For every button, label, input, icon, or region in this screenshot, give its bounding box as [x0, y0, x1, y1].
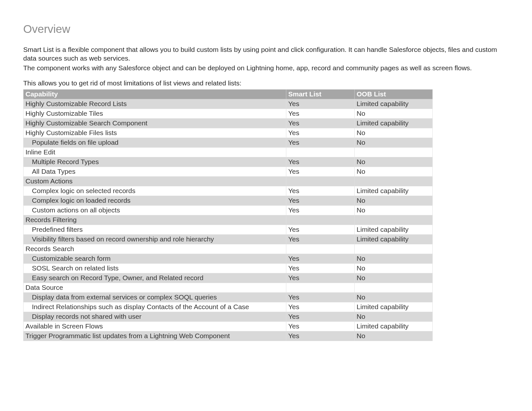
document-page: Overview Smart List is a flexible compon… [0, 0, 532, 341]
cell-smart-list: Yes [286, 99, 355, 109]
cell-capability: Custom actions on all objects [24, 206, 286, 215]
cell-oob-list: No [355, 312, 433, 322]
cell-capability: Display data from external services or c… [24, 293, 286, 302]
cell-oob-list: No [355, 331, 433, 341]
cell-smart-list [286, 177, 355, 186]
table-body: Highly Customizable Record ListsYesLimit… [24, 99, 433, 341]
cell-smart-list: Yes [286, 312, 355, 322]
table-row: Indirect Relationships such as display C… [24, 302, 433, 312]
cell-capability-text: Complex logic on loaded records [25, 197, 131, 204]
table-row: Highly Customizable TilesYesNo [24, 109, 433, 119]
cell-capability: Customizable search form [24, 254, 286, 264]
table-header: Capability Smart List OOB List [24, 90, 433, 99]
cell-capability: Available in Screen Flows [24, 322, 286, 331]
cell-oob-list: No [355, 293, 433, 302]
cell-smart-list: Yes [286, 235, 355, 244]
cell-oob-list: No [355, 273, 433, 283]
table-row: Records Filtering [24, 215, 433, 225]
table-row: All Data TypesYesNo [24, 167, 433, 177]
table-row: Available in Screen FlowsYesLimited capa… [24, 322, 433, 331]
cell-oob-list: No [355, 128, 433, 138]
cell-oob-list: No [355, 206, 433, 215]
cell-capability: Highly Customizable Tiles [24, 109, 286, 119]
cell-capability-text: Display records not shared with user [25, 313, 142, 320]
table-row: Custom Actions [24, 177, 433, 186]
table-row: Populate fields on file uploadYesNo [24, 138, 433, 148]
table-row: Easy search on Record Type, Owner, and R… [24, 273, 433, 283]
cell-smart-list: Yes [286, 302, 355, 312]
cell-smart-list: Yes [286, 273, 355, 283]
table-row: Highly Customizable Record ListsYesLimit… [24, 99, 433, 109]
cell-capability-text: Display data from external services or c… [25, 293, 217, 301]
cell-capability: Populate fields on file upload [24, 138, 286, 148]
cell-capability: Trigger Programmatic list updates from a… [24, 331, 286, 341]
cell-oob-list: No [355, 157, 433, 167]
cell-capability-text: Visibility filters based on record owner… [25, 235, 214, 243]
table-row: Visibility filters based on record owner… [24, 235, 433, 244]
table-row: Display records not shared with userYesN… [24, 312, 433, 322]
cell-capability: Easy search on Record Type, Owner, and R… [24, 273, 286, 283]
cell-smart-list: Yes [286, 196, 355, 206]
cell-capability-text: Complex logic on selected records [25, 187, 135, 195]
table-row: Trigger Programmatic list updates from a… [24, 331, 433, 341]
cell-capability: Visibility filters based on record owner… [24, 235, 286, 244]
table-row: Complex logic on loaded recordsYesNo [24, 196, 433, 206]
table-row: Multiple Record TypesYesNo [24, 157, 433, 167]
cell-oob-list: No [355, 254, 433, 264]
cell-oob-list: No [355, 167, 433, 177]
cell-oob-list: Limited capability [355, 225, 433, 235]
table-row: Data Source [24, 283, 433, 293]
table-row: Display data from external services or c… [24, 293, 433, 302]
table-row: Custom actions on all objectsYesNo [24, 206, 433, 215]
cell-smart-list: Yes [286, 167, 355, 177]
cell-capability: Complex logic on loaded records [24, 196, 286, 206]
cell-capability: Complex logic on selected records [24, 186, 286, 196]
cell-capability-text: Customizable search form [25, 255, 111, 262]
cell-capability-text: Predefined filters [25, 226, 83, 233]
paragraph-spacer [23, 73, 509, 79]
cell-smart-list [286, 148, 355, 157]
cell-smart-list: Yes [286, 119, 355, 128]
cell-capability: All Data Types [24, 167, 286, 177]
cell-oob-list: No [355, 264, 433, 273]
cell-smart-list [286, 244, 355, 254]
table-header-capability: Capability [24, 90, 286, 99]
cell-oob-list: No [355, 109, 433, 119]
cell-capability: Highly Customizable Files lists [24, 128, 286, 138]
table-row: Predefined filtersYesLimited capability [24, 225, 433, 235]
cell-capability: Predefined filters [24, 225, 286, 235]
cell-smart-list: Yes [286, 225, 355, 235]
table-row: Customizable search formYesNo [24, 254, 433, 264]
cell-smart-list [286, 215, 355, 225]
cell-smart-list: Yes [286, 254, 355, 264]
cell-capability: Data Source [24, 283, 286, 293]
cell-capability: Custom Actions [24, 177, 286, 186]
cell-smart-list: Yes [286, 331, 355, 341]
intro-paragraph-1: Smart List is a flexible component that … [23, 45, 509, 63]
cell-oob-list: No [355, 138, 433, 148]
page-heading: Overview [23, 23, 509, 35]
table-header-smart-list: Smart List [286, 90, 355, 99]
cell-capability-text: SOSL Search on related lists [25, 264, 119, 272]
cell-oob-list [355, 148, 433, 157]
table-row: Highly Customizable Files listsYesNo [24, 128, 433, 138]
cell-capability: Multiple Record Types [24, 157, 286, 167]
cell-capability: Inline Edit [24, 148, 286, 157]
cell-smart-list: Yes [286, 157, 355, 167]
cell-oob-list [355, 244, 433, 254]
cell-oob-list [355, 215, 433, 225]
cell-smart-list: Yes [286, 293, 355, 302]
cell-oob-list: Limited capability [355, 99, 433, 109]
cell-oob-list [355, 283, 433, 293]
cell-smart-list: Yes [286, 128, 355, 138]
cell-oob-list: Limited capability [355, 235, 433, 244]
cell-smart-list: Yes [286, 109, 355, 119]
cell-oob-list: No [355, 196, 433, 206]
cell-capability-text: Custom actions on all objects [25, 206, 120, 214]
cell-smart-list [286, 283, 355, 293]
table-row: Highly Customizable Search ComponentYesL… [24, 119, 433, 128]
cell-oob-list: Limited capability [355, 186, 433, 196]
cell-capability: Highly Customizable Search Component [24, 119, 286, 128]
cell-oob-list: Limited capability [355, 322, 433, 331]
cell-smart-list: Yes [286, 206, 355, 215]
